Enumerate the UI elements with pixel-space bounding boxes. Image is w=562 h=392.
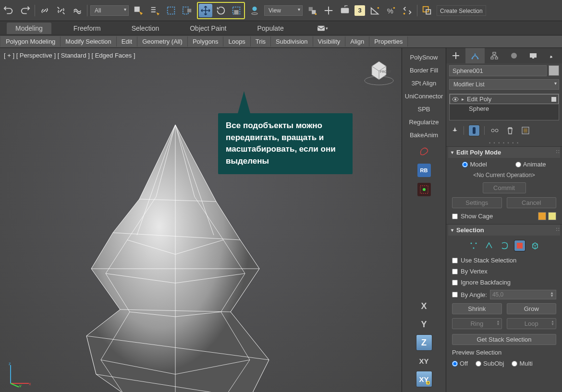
use-pivot-center-icon[interactable] [305,4,319,17]
ribbon-geometry-all[interactable]: Geometry (All) [137,36,188,47]
ribbon-edit[interactable]: Edit [117,36,137,47]
plugin-rb-icon[interactable]: RB [417,164,431,177]
remove-modifier-icon[interactable] [505,125,515,136]
axis-constraint-xy-lock[interactable]: XY? [416,371,432,387]
plugin-uniconnector[interactable]: UniConnector [405,93,443,100]
subobj-polygon-icon[interactable] [514,240,525,251]
placement-tool-icon[interactable] [248,4,261,17]
mail-icon[interactable]: ▾ [318,25,328,32]
modifier-stack[interactable]: ▸ Edit Poly Sphere [449,94,559,120]
undo-icon[interactable] [2,4,15,17]
shrink-button[interactable]: Shrink [452,303,502,314]
get-stack-selection-button[interactable]: Get Stack Selection [452,334,556,345]
rollout-selection-header[interactable]: Selection:: [448,225,560,236]
ribbon-modify-selection[interactable]: Modify Selection [61,36,116,47]
plugin-regularize[interactable]: Regularize [409,119,439,126]
unlink-icon[interactable] [54,4,68,17]
view-cube[interactable]: FRONT [363,58,395,87]
viewport-canvas[interactable]: [ + ] [ Perspective ] [ Standard ] [ Edg… [0,48,402,392]
radio-animate[interactable]: Animate [515,161,546,168]
settings-button[interactable]: Settings [452,197,502,208]
angle-snap-icon[interactable] [368,4,381,17]
preview-subobj-radio[interactable]: SubObj [476,360,504,367]
preview-off-radio[interactable]: Off [452,360,468,367]
axis-constraint-x[interactable]: X [416,298,432,314]
panel-tab-create-icon[interactable] [446,48,465,63]
percent-snap-icon[interactable]: % [384,4,398,17]
link-icon[interactable] [38,4,51,17]
by-angle-checkbox[interactable]: By Angle: [452,291,487,298]
create-selection-set-button[interactable]: Create Selection [437,5,486,16]
ribbon-align[interactable]: Align [345,36,369,47]
panel-tab-motion-icon[interactable] [504,48,524,63]
pin-stack-icon[interactable] [451,125,459,136]
rect-region-icon[interactable] [164,4,178,17]
cage-color-1[interactable] [538,212,546,220]
panel-tab-modify-icon[interactable] [465,48,485,63]
grow-button[interactable]: Grow [507,303,557,314]
axis-constraint-z[interactable]: Z [416,334,432,351]
plugin-3pt-align[interactable]: 3Pt Align [412,80,436,87]
commit-button[interactable]: Commit [483,182,526,193]
ribbon-visibility[interactable]: Visibility [313,36,346,47]
ref-coord-dropdown[interactable]: View [264,5,303,16]
plugin-marquee-icon[interactable] [417,183,431,196]
keyboard-shortcut-icon[interactable] [338,4,352,17]
redo-icon[interactable] [18,4,32,17]
axis-constraint-xy[interactable]: XY [416,353,432,369]
selection-filter-dropdown[interactable]: All [90,5,129,16]
move-tool-icon[interactable] [199,4,212,17]
object-name-field[interactable] [449,65,547,76]
object-color-swatch[interactable] [549,65,559,76]
axis-constraint-y[interactable]: Y [416,316,432,333]
tab-freeform[interactable]: Freeform [65,23,110,34]
ignore-backfacing-checkbox[interactable]: Ignore Backfacing [452,279,556,286]
cancel-button[interactable]: Cancel [507,197,557,208]
make-unique-icon[interactable] [489,125,500,136]
panel-tab-utilities-icon[interactable] [543,48,562,63]
cage-color-2[interactable] [548,212,556,220]
by-angle-spinner[interactable]: 45,0▲▼ [490,290,556,299]
plugin-bakeanim[interactable]: BakeAnim [410,131,438,139]
ribbon-polygons[interactable]: Polygons [188,36,223,47]
modifier-list-dropdown[interactable]: Modifier List [449,79,559,90]
manipulate-icon[interactable] [322,4,335,17]
select-object-icon[interactable] [132,4,145,17]
rotate-tool-icon[interactable] [214,4,228,17]
show-cage-checkbox[interactable] [452,214,458,219]
show-end-result-icon[interactable] [469,125,479,136]
window-crossing-icon[interactable] [181,4,194,17]
viewport-label[interactable]: [ + ] [ Perspective ] [ Standard ] [ Edg… [4,52,135,59]
plugin-polysnow[interactable]: PolySnow [410,54,438,61]
panel-tab-hierarchy-icon[interactable] [485,48,504,63]
tab-selection[interactable]: Selection [123,23,168,34]
subobj-edge-icon[interactable] [484,240,494,251]
spinner-snap-icon[interactable] [401,4,414,17]
use-stack-selection-checkbox[interactable]: Use Stack Selection [452,257,556,264]
loop-button[interactable]: Loop▲▼ [507,318,557,329]
subobj-element-icon[interactable] [530,240,540,251]
subobj-border-icon[interactable] [499,240,510,251]
ribbon-properties[interactable]: Properties [369,36,408,47]
rollout-edit-poly-mode-header[interactable]: Edit Poly Mode:: [448,147,560,158]
radio-model[interactable]: Model [462,161,487,168]
tab-object-paint[interactable]: Object Paint [181,23,235,34]
plugin-spb[interactable]: SPB [417,106,430,113]
ribbon-loops[interactable]: Loops [223,36,250,47]
named-sel-set-icon[interactable] [420,4,434,17]
subobj-vertex-icon[interactable] [468,240,479,251]
ribbon-tris[interactable]: Tris [251,36,271,47]
panel-tab-display-icon[interactable] [524,48,543,63]
modifier-sphere-row[interactable]: Sphere [450,104,559,113]
ring-button[interactable]: Ring▲▼ [452,318,502,329]
preview-multi-radio[interactable]: Multi [512,360,532,367]
modifier-edit-poly-row[interactable]: ▸ Edit Poly [450,94,559,104]
configure-modifier-sets-icon[interactable] [520,125,531,136]
bind-spacewarp-icon[interactable] [71,4,84,17]
ribbon-polygon-modeling[interactable]: Polygon Modeling [1,36,61,47]
scale-tool-icon[interactable] [230,4,243,17]
ribbon-subdivision[interactable]: Subdivision [271,36,313,47]
by-vertex-checkbox[interactable]: By Vertex [452,268,556,275]
tab-modeling[interactable]: Modeling [7,23,51,34]
select-by-name-icon[interactable] [148,4,161,17]
